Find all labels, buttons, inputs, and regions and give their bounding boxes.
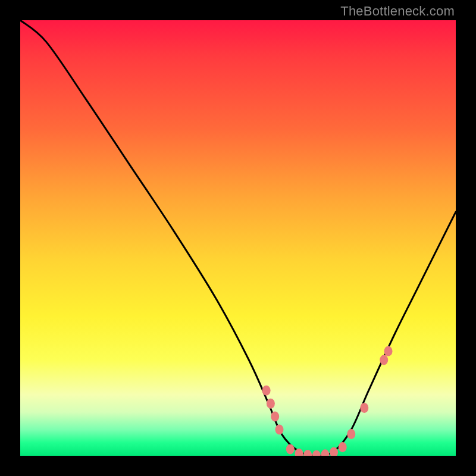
data-marker xyxy=(271,412,279,422)
data-marker xyxy=(267,399,275,409)
data-marker xyxy=(275,425,284,435)
data-marker xyxy=(339,442,347,452)
data-markers xyxy=(262,346,393,456)
curve-group xyxy=(20,20,456,456)
data-marker xyxy=(312,450,321,456)
data-marker xyxy=(347,429,355,439)
chart-svg xyxy=(20,20,456,456)
data-marker xyxy=(380,355,388,365)
data-marker xyxy=(303,450,312,456)
data-marker xyxy=(286,444,295,455)
plot-area xyxy=(20,20,456,456)
bottleneck-curve xyxy=(20,20,456,456)
watermark-text: TheBottleneck.com xyxy=(340,4,455,19)
chart-frame: TheBottleneck.com xyxy=(0,0,476,476)
data-marker xyxy=(321,449,329,456)
data-marker xyxy=(384,346,393,356)
data-marker xyxy=(262,386,271,396)
data-marker xyxy=(360,403,368,413)
